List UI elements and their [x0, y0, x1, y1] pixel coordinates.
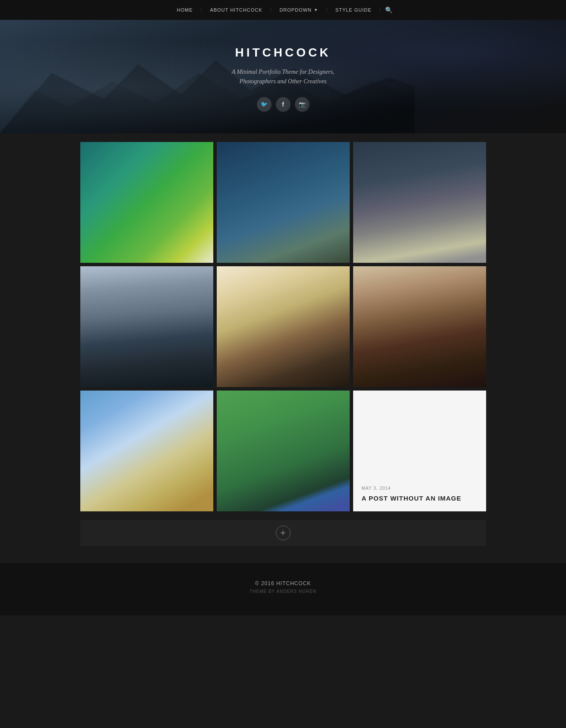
- main-nav: HOME / ABOUT HITCHCOCK / DROPDOWN ▼ / ST…: [0, 0, 566, 20]
- social-links: 🐦 f 📷: [9, 97, 557, 112]
- post-title: A POST WITHOUT AN IMAGE: [362, 494, 477, 503]
- grid-item-city2[interactable]: [353, 266, 486, 387]
- grid-item-aerial[interactable]: [80, 142, 213, 263]
- search-icon[interactable]: 🔍: [381, 6, 397, 14]
- load-more-button[interactable]: +: [80, 520, 486, 546]
- site-footer: © 2016 HITCHCOCK THEME BY ANDERS NORÉN: [0, 563, 566, 615]
- grid-item-swimmer[interactable]: [217, 142, 350, 263]
- image-swimmer: [217, 142, 350, 263]
- nav-dropdown[interactable]: DROPDOWN ▼: [272, 7, 326, 13]
- image-person: [217, 266, 350, 387]
- dropdown-arrow-icon: ▼: [314, 8, 318, 12]
- grid-item-road[interactable]: [353, 142, 486, 263]
- instagram-link[interactable]: 📷: [295, 97, 310, 112]
- grid-item-text-post[interactable]: MAY 3, 2014 A POST WITHOUT AN IMAGE: [353, 391, 486, 511]
- nav-about[interactable]: ABOUT HITCHCOCK: [202, 7, 270, 13]
- footer-copyright: © 2016 HITCHCOCK: [9, 580, 557, 586]
- image-city1: [80, 266, 213, 387]
- image-beach: [80, 391, 213, 511]
- facebook-link[interactable]: f: [276, 97, 291, 112]
- grid-item-jeans[interactable]: [217, 391, 350, 511]
- image-road: [353, 142, 486, 263]
- image-jeans: [217, 391, 350, 511]
- grid-item-beach[interactable]: [80, 391, 213, 511]
- hero-content: HITCHCOCK A Minimal Portfolio Theme for …: [9, 46, 557, 112]
- grid-item-person[interactable]: [217, 266, 350, 387]
- hero-section: HITCHCOCK A Minimal Portfolio Theme for …: [0, 20, 566, 133]
- site-title: HITCHCOCK: [9, 46, 557, 60]
- nav-styleguide[interactable]: STYLE GUIDE: [328, 7, 379, 13]
- image-aerial: [80, 142, 213, 263]
- twitter-link[interactable]: 🐦: [257, 97, 272, 112]
- footer-theme-credit: THEME BY ANDERS NORÉN: [9, 589, 557, 594]
- portfolio-grid: MAY 3, 2014 A POST WITHOUT AN IMAGE: [76, 133, 490, 520]
- image-city2: [353, 266, 486, 387]
- plus-icon: +: [276, 526, 291, 540]
- nav-home[interactable]: HOME: [169, 7, 201, 13]
- site-subtitle: A Minimal Portfolio Theme for Designers,…: [9, 67, 557, 87]
- post-date: MAY 3, 2014: [362, 486, 477, 491]
- grid-item-city1[interactable]: [80, 266, 213, 387]
- load-more-bar: +: [76, 520, 490, 546]
